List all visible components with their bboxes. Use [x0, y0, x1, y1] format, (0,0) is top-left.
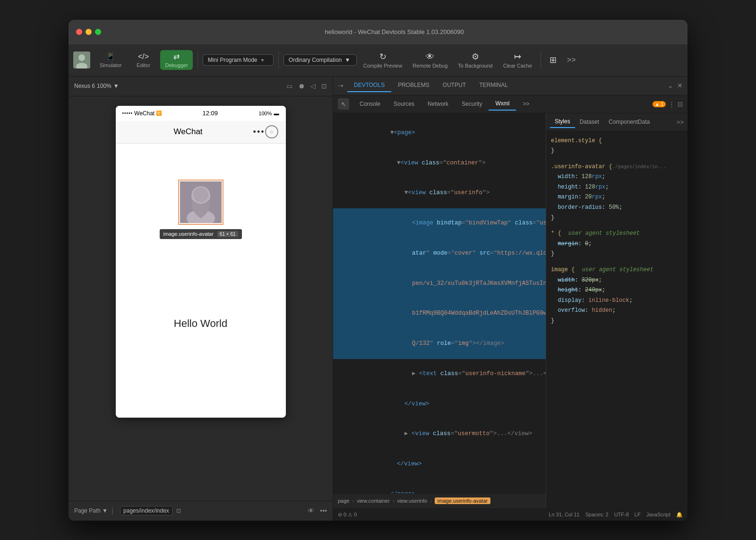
- clear-cache-icon: ↦: [514, 51, 521, 62]
- mode-selector[interactable]: Mini Program Mode ▼: [203, 54, 274, 66]
- remote-debug-button[interactable]: 👁 Remote Debug: [409, 50, 451, 70]
- xml-line-3: ▼<view class="userinfo">: [333, 178, 546, 208]
- phone-statusbar: ••••• WeChat 🛜 12:09 100% ▬: [116, 106, 286, 121]
- record-icon[interactable]: ⏺: [298, 82, 305, 90]
- breadcrumb-page[interactable]: page: [338, 498, 349, 504]
- tooltip-size: 61 × 61: [217, 231, 238, 237]
- styles-tab-styles[interactable]: Styles: [550, 116, 575, 128]
- phone-header-circle[interactable]: ○: [265, 125, 278, 138]
- encoding-info: UTF-8: [614, 512, 629, 518]
- page-path-label: Page Path: [74, 507, 101, 514]
- cursor-button[interactable]: ↖: [338, 98, 349, 110]
- hello-world-text: Hello World: [174, 317, 227, 330]
- simulator-button[interactable]: 📱 Simulator: [95, 50, 126, 70]
- close-button[interactable]: [76, 29, 82, 35]
- devtools-right-icons: ⌄ ✕: [668, 82, 683, 89]
- zoom-level: 100%: [97, 83, 112, 89]
- tab-problems[interactable]: PROBLEMS: [391, 79, 436, 92]
- minimize-button[interactable]: [86, 29, 92, 35]
- notification-icon[interactable]: 🔔: [676, 512, 683, 518]
- xml-line-4-highlighted[interactable]: <image bindtap="bindViewTap" class="user…: [333, 208, 546, 239]
- clear-cache-button[interactable]: ↦ Clear Cache: [499, 50, 536, 70]
- layers-button[interactable]: ⊞: [546, 53, 560, 67]
- status-right: 100% ▬: [258, 111, 279, 116]
- compile-preview-button[interactable]: ↻ Compile Preview: [360, 50, 406, 70]
- devtools-panel-icon[interactable]: ⇢: [338, 82, 344, 89]
- collapse-arrow-2[interactable]: ▼: [397, 160, 401, 166]
- more-icon[interactable]: •••: [320, 507, 327, 514]
- phone-body: image.userinfo-avatar 61 × 61 Hello Worl…: [116, 144, 286, 418]
- xml-line-4d: b1fRMq9BQ04WddqaBdRjdLeAhZDsUThJBlPG9w6b…: [333, 299, 546, 329]
- xml-line-4c: pen/vi_32/xuTu0k3jRTaJKmsXVMnfjASTusInO4…: [333, 268, 546, 299]
- cursor-icon: ↖: [341, 101, 346, 108]
- mode-dropdown-arrow: ▼: [260, 58, 265, 63]
- main-area: Nexus 6 100% ▼ ▭ ⏺ ◁ ⊡ •••••: [69, 77, 687, 521]
- tab-devtools[interactable]: DEVTOOLS: [347, 79, 391, 92]
- simulator-icon: 📱: [106, 52, 115, 61]
- eye-icon[interactable]: 👁: [308, 507, 314, 514]
- phone-header-menu[interactable]: •••: [253, 127, 265, 137]
- tab-security[interactable]: Security: [455, 98, 489, 110]
- copy-devtools-icon[interactable]: ⊡: [678, 101, 683, 108]
- close-icon[interactable]: ✕: [677, 82, 683, 89]
- speaker-icon[interactable]: ◁: [310, 82, 316, 90]
- tab-output[interactable]: OUTPUT: [436, 79, 472, 92]
- avatar-tooltip: image.userinfo-avatar 61 × 61: [159, 229, 241, 239]
- separator-2: [278, 51, 279, 69]
- page-path-selector[interactable]: Page Path ▼: [74, 507, 108, 514]
- css-selector-star: * {: [551, 230, 561, 237]
- tab-wxml[interactable]: Wxml: [489, 97, 516, 111]
- circle-icon: ○: [270, 129, 273, 135]
- xml-breadcrumb: page › view.container › view.userinfo › …: [333, 493, 546, 508]
- xml-line-4e: Q/132" role="img"></image>: [333, 329, 546, 359]
- collapse-arrow-3[interactable]: ▼: [404, 189, 408, 196]
- status-left: ••••• WeChat 🛜: [122, 110, 162, 117]
- debugger-button[interactable]: ⇄ Debugger: [160, 50, 192, 70]
- status-bar: ⊘ 0 ⚠ 0 Ln 31, Col 11 Spaces: 2 UTF-8 LF…: [333, 508, 687, 521]
- compile-dropdown-arrow: ▼: [345, 57, 351, 63]
- collapse-arrow-1[interactable]: ▼: [390, 129, 394, 136]
- collapse-arrow-5[interactable]: ▶: [412, 370, 416, 377]
- breadcrumb-view-userinfo[interactable]: view.userinfo: [397, 498, 428, 504]
- tab-sources[interactable]: Sources: [387, 98, 421, 110]
- tab-terminal[interactable]: TERMINAL: [472, 79, 515, 92]
- editor-button[interactable]: </> Editor: [129, 51, 157, 70]
- xml-line-8: </view>: [333, 449, 546, 480]
- xml-panel: ▼<page> ▼<view class="container"> ▼<view…: [333, 113, 546, 493]
- simulator-content: ••••• WeChat 🛜 12:09 100% ▬ WeChat: [69, 96, 333, 501]
- styles-tab-dataset[interactable]: Dataset: [575, 116, 604, 128]
- more-options-icon[interactable]: ⋮: [669, 101, 675, 108]
- breadcrumb-view-container[interactable]: view.container: [357, 498, 390, 504]
- tab-console[interactable]: Console: [353, 98, 387, 110]
- xml-line-4b: atar" mode="cover" src="https://wx.qlogo…: [333, 239, 546, 269]
- compile-label: Ordinary Compilation: [289, 57, 342, 63]
- maximize-button[interactable]: [95, 29, 101, 35]
- expand-icon[interactable]: ⌄: [668, 82, 673, 89]
- tablet-icon[interactable]: ▭: [286, 82, 292, 90]
- main-window: helloworld - WeChat Devtools Stable 1.03…: [69, 20, 687, 521]
- styles-overflow[interactable]: >>: [677, 119, 684, 126]
- simulator-toolbar-icons: ▭ ⏺ ◁ ⊡: [286, 82, 327, 90]
- simulator-bottom: Page Path ▼ | pages/index/index ⊡ 👁 •••: [69, 501, 333, 521]
- to-background-button[interactable]: ⚙ To Background: [454, 50, 496, 70]
- user-avatar[interactable]: [73, 51, 90, 69]
- device-selector[interactable]: Nexus 6 100% ▼: [74, 83, 119, 89]
- tab-more[interactable]: >>: [516, 98, 536, 110]
- styles-tab-componentdata[interactable]: ComponentData: [604, 116, 654, 128]
- screen-icon[interactable]: ⊡: [321, 82, 327, 90]
- breadcrumb-image-avatar[interactable]: image.userinfo-avatar: [435, 497, 490, 504]
- css-selector-avatar: .userinfo-avatar {./pages/index/in...: [551, 163, 666, 170]
- tab-network[interactable]: Network: [421, 98, 455, 110]
- language-info: JavaScript: [646, 512, 670, 518]
- devtools-tabs: ⇢ DEVTOOLS PROBLEMS OUTPUT TERMINAL ⌄ ✕: [333, 77, 687, 95]
- page-path-value: pages/index/index: [120, 506, 172, 515]
- compile-selector[interactable]: Ordinary Compilation ▼: [284, 54, 357, 66]
- breadcrumb-sep-3: ›: [430, 498, 432, 504]
- xml-line-2: ▼<view class="container">: [333, 148, 546, 178]
- styles-panel: Styles Dataset ComponentData >> element.…: [546, 113, 687, 508]
- overflow-button[interactable]: >>: [563, 54, 580, 66]
- collapse-arrow-7[interactable]: ▶: [404, 430, 408, 437]
- copy-path-button[interactable]: ⊡: [176, 507, 181, 514]
- battery-icon: ▬: [274, 111, 279, 116]
- avatar-container: image.userinfo-avatar 61 × 61: [180, 181, 222, 223]
